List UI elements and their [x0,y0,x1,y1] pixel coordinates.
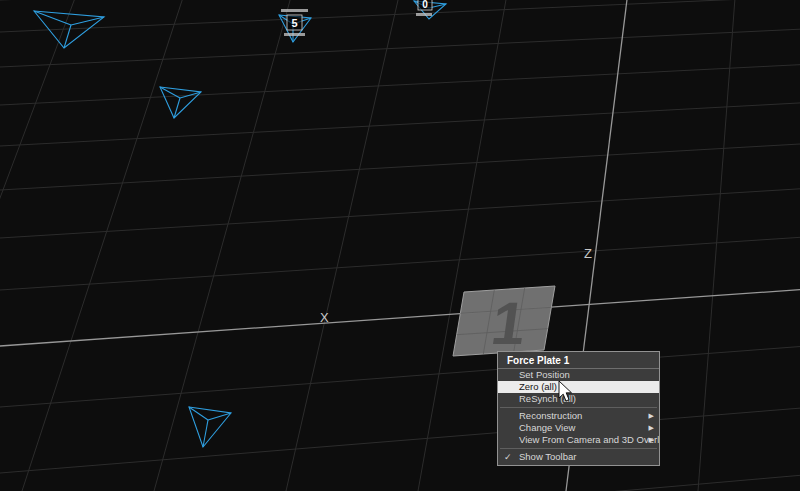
context-menu: Force Plate 1 Set Position Zero (all) Re… [497,351,660,466]
menu-item-zero-all[interactable]: Zero (all) [498,381,659,393]
camera-caption-bar [284,33,305,36]
menu-item-resynch-all[interactable]: ReSynch (all) [498,393,659,405]
menu-separator [500,407,657,408]
camera-icon[interactable] [189,407,231,447]
context-menu-title: Force Plate 1 [498,352,659,369]
axis-label-x: X [320,310,329,325]
menu-item-show-toolbar[interactable]: ✓ Show Toolbar [498,451,659,463]
viewport-3d[interactable]: X Z 1 [0,0,800,491]
check-icon: ✓ [504,451,512,463]
grid-lines [0,0,800,491]
menu-item-label: Set Position [519,369,570,380]
menu-item-label: Reconstruction [519,410,582,421]
menu-item-label: ReSynch (all) [519,393,576,404]
force-plate[interactable]: 1 [453,286,555,357]
axis-label-z: Z [584,246,592,261]
camera-caption-bar [416,13,432,16]
submenu-arrow-icon: ▶ [649,412,654,419]
menu-item-label: Show Toolbar [519,451,576,462]
scene-layer[interactable]: X Z 1 [0,0,800,491]
menu-separator [500,448,657,449]
menu-item-reconstruction[interactable]: Reconstruction ▶ [498,410,659,422]
camera-icon[interactable] [34,11,104,48]
menu-item-label: View From Camera and 3D Overlay [519,434,659,445]
menu-item-label: Change View [519,422,575,433]
menu-item-change-view[interactable]: Change View ▶ [498,422,659,434]
submenu-arrow-icon: ▶ [649,424,654,431]
menu-item-label: Zero (all) [519,381,557,392]
menu-item-view-from-camera-and-3d-overlay[interactable]: View From Camera and 3D Overlay ▶ [498,434,659,446]
menu-item-set-position[interactable]: Set Position [498,369,659,381]
camera-icon[interactable] [160,87,201,118]
camera-caption-bar [281,9,308,12]
camera-id-label: 5 [291,17,297,29]
camera-label: 0 [416,0,432,16]
camera-label: 5 [281,9,308,36]
submenu-arrow-icon: ▶ [649,436,654,443]
camera-id-label: 0 [422,0,428,10]
